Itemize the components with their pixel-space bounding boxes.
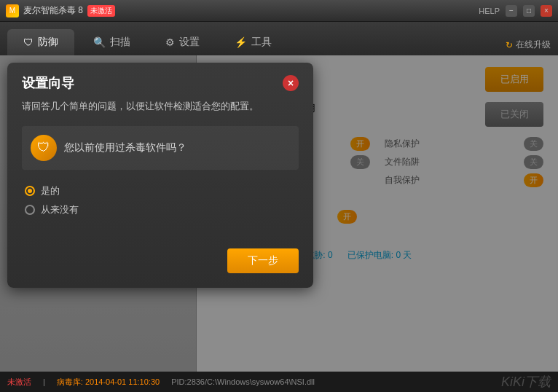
- dialog-footer: 下一步: [7, 248, 313, 288]
- online-upgrade-label: 在线升级: [516, 39, 551, 51]
- dialog-intro: 请回答几个简单的问题，以便让软件检测适合您的配置。: [22, 99, 299, 114]
- shield-icon: 🛡: [23, 36, 34, 48]
- main-content: 各类威胁通过磁盘、 入口侵害您的电脑。 已启用 在恶意程序以及漏洞利用 取。 已…: [0, 55, 558, 372]
- title-bar: M 麦尔智能杀毒 8 未激活 HELP − □ ×: [0, 0, 558, 22]
- minimize-button[interactable]: −: [506, 5, 517, 17]
- dialog-title: 设置向导: [22, 74, 74, 92]
- tab-gongju-label: 工具: [251, 36, 272, 49]
- tab-shezhi-label: 设置: [179, 36, 200, 49]
- dialog-header: 设置向导 ×: [7, 63, 313, 99]
- close-button[interactable]: ×: [541, 5, 552, 17]
- next-button[interactable]: 下一步: [227, 248, 299, 273]
- setup-wizard-dialog: 设置向导 × 请回答几个简单的问题，以便让软件检测适合您的配置。 🛡 您以前使用…: [7, 63, 313, 288]
- title-bar-right: HELP − □ ×: [479, 5, 552, 17]
- tab-shezhi[interactable]: ⚙ 设置: [149, 29, 216, 55]
- help-button[interactable]: HELP: [479, 7, 500, 15]
- dialog-question-box: 🛡 您以前使用过杀毒软件吗？: [22, 126, 299, 170]
- tab-saomiao-label: 扫描: [110, 36, 130, 49]
- tab-gongju[interactable]: ⚡ 工具: [219, 29, 288, 55]
- status-bar: 未激活 | 病毒库: 2014-04-01 11:10:30 PID:2836/…: [0, 372, 558, 392]
- tab-fangyu[interactable]: 🛡 防御: [7, 29, 74, 55]
- radio-yes-circle: [25, 186, 35, 196]
- radio-no-label: 从来没有: [41, 203, 79, 216]
- tab-fangyu-label: 防御: [38, 36, 58, 49]
- dialog-overlay: 设置向导 × 请回答几个简单的问题，以便让软件检测适合您的配置。 🛡 您以前使用…: [0, 55, 558, 372]
- dialog-body: 请回答几个简单的问题，以便让软件检测适合您的配置。 🛡 您以前使用过杀毒软件吗？…: [7, 99, 313, 248]
- question-icon: 🛡: [31, 135, 57, 161]
- path-label: PID:2836/C:\Windows\syswow64\NSI.dll: [171, 377, 315, 386]
- maximize-button[interactable]: □: [523, 5, 535, 17]
- gear-icon: ⚙: [165, 36, 175, 48]
- title-bar-left: M 麦尔智能杀毒 8 未激活: [6, 4, 115, 17]
- radio-yes-label: 是的: [41, 184, 60, 197]
- dialog-close-button[interactable]: ×: [283, 75, 299, 91]
- app-title: 麦尔智能杀毒 8: [23, 4, 83, 17]
- online-upgrade-button[interactable]: ↻ 在线升级: [506, 39, 551, 51]
- radio-no[interactable]: 从来没有: [25, 203, 299, 216]
- radio-yes[interactable]: 是的: [25, 184, 299, 197]
- tab-saomiao[interactable]: 🔍 扫描: [77, 29, 146, 55]
- radio-group: 是的 从来没有: [22, 184, 299, 216]
- watermark: KiKi下载: [501, 373, 551, 391]
- lightning-icon: ⚡: [235, 36, 247, 48]
- nav-bar: 🛡 防御 🔍 扫描 ⚙ 设置 ⚡ 工具 ↻ 在线升级: [0, 22, 558, 55]
- question-text: 您以前使用过杀毒软件吗？: [64, 141, 186, 154]
- activation-badge: 未激活: [87, 5, 115, 17]
- search-icon: 🔍: [93, 36, 106, 48]
- radio-no-circle: [25, 205, 35, 215]
- status-label: 未激活: [7, 377, 31, 388]
- upgrade-icon: ↻: [506, 40, 513, 50]
- app-icon: M: [6, 4, 19, 17]
- time-label: 病毒库: 2014-04-01 11:10:30: [57, 377, 160, 388]
